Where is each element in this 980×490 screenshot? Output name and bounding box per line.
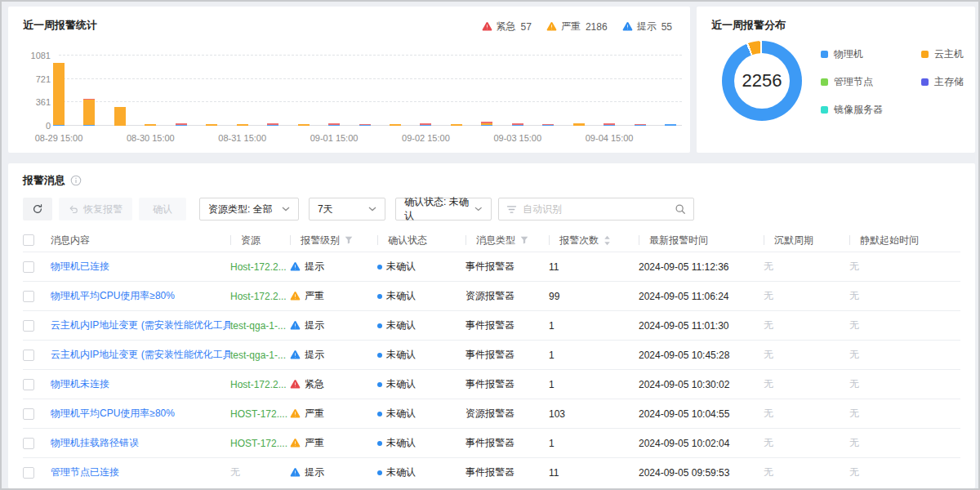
silence-start-time: 无 [849,436,859,450]
bar-segment-严重 [298,124,310,126]
column-divider [849,235,850,245]
table-row: 云主机内IP地址变更 (需安装性能优化工具) test-qga-1-... 提示… [23,340,960,369]
legend-color-swatch [821,78,828,86]
section-title: 报警消息 [23,173,65,188]
x-tick-label: 08-31 15:00 [218,133,266,143]
filter-funnel-icon[interactable] [520,236,528,244]
silence-period: 无 [764,318,773,332]
table-header-cell[interactable]: 报警级别 [290,234,377,247]
bar-segment-严重 [390,124,401,126]
warning-triangle-icon [290,438,301,448]
bar-segment-紧急 [420,123,431,125]
resource-type-dropdown[interactable]: 资源类型: 全部 [199,198,299,220]
bar-segment-紧急 [604,123,615,125]
sort-icon[interactable] [604,235,611,246]
row-checkbox[interactable] [23,408,34,420]
row-checkbox[interactable] [23,320,34,332]
row-checkbox[interactable] [23,379,34,390]
latest-alarm-time: 2024-09-05 09:59:53 [639,467,729,479]
table-header-cell[interactable]: 资源 [230,234,290,247]
table-header-cell[interactable]: 静默起始时间 [849,234,960,247]
legend-label: 镜像服务器 [834,103,883,117]
filter-funnel-icon[interactable] [345,236,353,244]
message-content-link[interactable]: 物理机平均CPU使用率≥80% [51,407,175,421]
ack-status-label: 未确认 [386,289,416,303]
table-row: 物理机挂载路径错误 HOST-172.... 严重 未确认 事件报警器 1 20… [23,428,960,457]
panel-title: 近一周报警分布 [711,18,786,33]
resource-link[interactable]: HOST-172.... [230,438,287,449]
table-header-cell[interactable]: 消息类型 [466,234,549,247]
table-header-cell[interactable]: 消息内容 [51,234,230,247]
resource-link[interactable]: HOST-172.... [230,408,287,420]
warning-triangle-icon [290,261,301,272]
legend-label: 物理机 [834,47,863,61]
row-checkbox[interactable] [23,291,34,302]
alarm-count: 1 [549,379,555,390]
warning-triangle-icon [290,379,301,390]
ack-state-dropdown[interactable]: 确认状态: 未确认 [395,198,492,220]
ack-status-dot [377,382,382,387]
donut-hole: 2256 [734,53,790,109]
row-checkbox[interactable] [23,467,34,479]
legend-value: 55 [662,21,672,33]
resource-link[interactable]: Host-172.2... [230,379,287,390]
row-checkbox[interactable] [23,438,34,449]
silence-period: 无 [764,407,773,421]
column-divider [377,235,378,245]
table-header-cell[interactable]: 最新报警时间 [639,234,764,247]
table-header-cell[interactable]: 沉默周期 [764,234,849,247]
message-content-link[interactable]: 云主机内IP地址变更 (需安装性能优化工具) [51,348,230,362]
warning-triangle-icon [546,21,557,32]
message-content-link[interactable]: 管理节点已连接 [51,466,119,479]
x-tick-label: 08-30 15:00 [127,133,175,143]
ack-status-dot [377,294,382,299]
legend-label: 严重 [561,20,581,33]
resource-link[interactable]: Host-172.2... [230,261,287,273]
search-icon[interactable] [675,203,686,215]
refresh-button[interactable] [23,198,52,220]
x-tick-label: 09-01 15:00 [310,133,359,143]
message-content-link[interactable]: 物理机未连接 [51,377,109,391]
time-range-dropdown[interactable]: 7天 [309,198,385,220]
row-checkbox[interactable] [23,261,34,273]
message-content-link[interactable]: 物理机已连接 [51,260,109,274]
column-label: 报警次数 [559,234,599,247]
bar-segment-紧急 [176,123,187,125]
resource-link[interactable]: test-qga-1-... [230,350,286,361]
bar-chart-y-axis: 03617211081 [13,56,54,126]
row-checkbox[interactable] [23,350,34,361]
table-header-cell[interactable]: 确认状态 [377,234,466,247]
y-tick-label: 721 [36,74,51,84]
resource-link[interactable]: Host-172.2... [230,291,287,302]
table-toolbar: 恢复报警 确认 资源类型: 全部 7天 确认状态: 未确认 [23,198,694,220]
distribution-legend-item: 物理机 [821,47,921,61]
alarm-level-label: 提示 [305,348,324,362]
message-type: 事件报警器 [466,318,514,332]
search-box[interactable] [498,198,694,220]
confirm-button[interactable]: 确认 [139,198,186,220]
restore-alarm-button[interactable]: 恢复报警 [59,198,132,220]
bar-segment-严重 [145,124,156,126]
ack-state-value: 确认状态: 未确认 [404,195,474,223]
select-all-checkbox[interactable] [23,234,34,246]
table-row: 管理节点已连接 无 提示 未确认 事件报警器 11 2024-09-05 09:… [23,457,960,487]
message-content-link[interactable]: 物理机平均CPU使用率≥80% [51,289,175,303]
silence-period: 无 [764,348,773,362]
message-content-link[interactable]: 云主机内IP地址变更 (需安装性能优化工具) [51,318,230,332]
resource-link[interactable]: test-qga-1-... [230,320,286,332]
column-divider [639,235,639,245]
info-icon[interactable] [70,175,82,186]
message-content-link[interactable]: 物理机挂载路径错误 [51,436,139,450]
ack-status-label: 未确认 [386,348,416,362]
panel-title: 近一周报警统计 [23,18,97,33]
column-divider [764,235,764,245]
column-label: 确认状态 [388,234,427,247]
table-header-cell[interactable]: 报警次数 [549,234,639,247]
search-input[interactable] [523,203,669,215]
silence-period: 无 [764,289,773,303]
chevron-down-icon [368,207,376,212]
alarm-level-label: 紧急 [305,377,324,391]
legend-label: 主存储 [934,75,964,89]
column-divider [230,235,231,245]
silence-start-time: 无 [849,377,859,391]
